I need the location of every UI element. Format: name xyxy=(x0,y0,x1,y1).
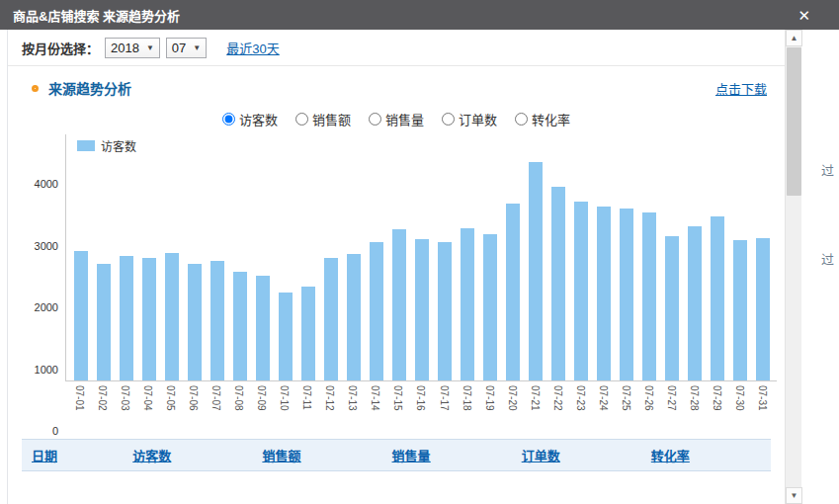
bar xyxy=(415,239,429,380)
radio-conversion-rate-label: 转化率 xyxy=(532,110,570,128)
bar xyxy=(688,226,702,380)
vertical-scrollbar[interactable]: ▲ ▼ xyxy=(785,30,801,504)
x-axis-label: 07-15 xyxy=(386,385,409,431)
bar xyxy=(551,187,565,380)
x-axis-label: 07-31 xyxy=(751,385,774,431)
bar xyxy=(347,254,361,380)
bar xyxy=(756,238,770,380)
y-axis-label: 1000 xyxy=(35,364,58,376)
bar xyxy=(642,212,656,380)
table-header-date[interactable]: 日期 xyxy=(22,440,123,471)
y-axis-label: 3000 xyxy=(35,240,58,252)
x-axis-label: 07-06 xyxy=(182,385,205,431)
bar-slot xyxy=(319,134,342,380)
scroll-up-icon[interactable]: ▲ xyxy=(786,30,802,46)
x-axis-label: 07-09 xyxy=(250,385,273,431)
table-header-sales-volume[interactable]: 销售量 xyxy=(382,440,512,471)
month-select-label: 按月份选择： xyxy=(22,39,99,57)
x-axis-label: 07-22 xyxy=(546,385,569,431)
bar xyxy=(74,251,88,380)
chevron-down-icon: ▼ xyxy=(193,43,201,52)
bar xyxy=(210,261,224,380)
bar xyxy=(711,216,724,380)
x-axis-label: 07-23 xyxy=(569,385,592,431)
y-axis-label: 2000 xyxy=(35,301,58,313)
bar-slot xyxy=(728,134,751,380)
radio-visitors[interactable]: 访客数 xyxy=(222,110,278,128)
x-axis-label: 07-04 xyxy=(136,385,159,431)
download-link[interactable]: 点击下载 xyxy=(715,79,767,98)
bar xyxy=(733,240,747,380)
x-axis-label: 07-01 xyxy=(68,385,91,431)
bar-slot xyxy=(683,134,706,380)
x-axis-label: 07-07 xyxy=(205,385,227,431)
x-axis-label: 07-18 xyxy=(456,385,478,431)
bar-slot xyxy=(387,134,410,380)
y-axis-label: 0 xyxy=(52,425,58,437)
year-dropdown[interactable]: 2018 ▼ xyxy=(105,38,160,58)
radio-visitors-input[interactable] xyxy=(222,113,235,126)
bar xyxy=(665,236,679,380)
scrollbar-thumb[interactable] xyxy=(787,47,801,196)
bar xyxy=(188,264,202,380)
bar xyxy=(461,228,474,380)
close-icon[interactable]: ✕ xyxy=(797,8,810,23)
x-axis-label: 07-16 xyxy=(409,385,432,431)
x-axis-label: 07-14 xyxy=(364,385,386,431)
bar-slot xyxy=(615,134,637,380)
bar-slot xyxy=(137,134,160,380)
bar-slot xyxy=(92,134,115,380)
scroll-down-icon[interactable]: ▼ xyxy=(786,487,802,504)
table-header-orders[interactable]: 订单数 xyxy=(512,440,641,471)
x-axis-label: 07-13 xyxy=(341,385,364,431)
table-header-conversion-rate[interactable]: 转化率 xyxy=(641,440,771,471)
radio-sales-volume-label: 销售量 xyxy=(385,110,424,128)
bar-slot xyxy=(296,134,319,380)
bar xyxy=(483,234,497,380)
radio-conversion-rate[interactable]: 转化率 xyxy=(515,110,570,128)
x-axis-label: 07-26 xyxy=(637,385,660,431)
bar xyxy=(597,207,611,380)
table-header-visitors[interactable]: 访客数 xyxy=(123,440,252,471)
x-axis-label: 07-28 xyxy=(683,385,706,431)
x-axis-label: 07-11 xyxy=(295,385,318,431)
bar-slot xyxy=(637,134,660,380)
orange-bullet-icon xyxy=(32,85,39,92)
x-axis-label: 07-10 xyxy=(273,385,295,431)
radio-orders-input[interactable] xyxy=(442,113,455,126)
radio-orders[interactable]: 订单数 xyxy=(442,110,497,128)
modal-title: 商品&店铺搜索 来源趋势分析 xyxy=(13,6,180,25)
bar-slot xyxy=(751,134,774,380)
recent-30-days-link[interactable]: 最近30天 xyxy=(226,39,279,57)
bar-slot xyxy=(365,134,387,380)
x-axis-label: 07-03 xyxy=(114,385,136,431)
bar xyxy=(97,264,111,380)
table-header-sales-amount[interactable]: 销售额 xyxy=(252,440,381,471)
radio-sales-volume[interactable]: 销售量 xyxy=(369,110,424,128)
bar xyxy=(438,242,452,380)
bar xyxy=(301,287,315,380)
radio-sales-amount-label: 销售额 xyxy=(312,110,351,128)
screen: 商品&店铺搜索 来源趋势分析 ✕ 过 过 按月份选择： 2018 ▼ 07 ▼ … xyxy=(0,0,839,504)
chevron-down-icon: ▼ xyxy=(146,43,154,52)
trend-table: 日期 访客数 销售额 销售量 订单数 转化率 xyxy=(22,439,771,471)
bar-slot xyxy=(569,134,592,380)
modal-titlebar: 商品&店铺搜索 来源趋势分析 ✕ xyxy=(0,0,839,30)
bar xyxy=(574,202,588,380)
month-dropdown[interactable]: 07 ▼ xyxy=(166,38,207,58)
radio-sales-amount-input[interactable] xyxy=(295,113,308,126)
radio-sales-volume-input[interactable] xyxy=(369,113,381,126)
trend-bar-chart: 访客数 01000200030004000 07-0107-0207-0307-… xyxy=(24,134,777,431)
modal-body: 按月份选择： 2018 ▼ 07 ▼ 最近30天 来源趋势分析 点击下载 xyxy=(7,30,801,504)
table-header-row: 日期 访客数 销售额 销售量 订单数 转化率 xyxy=(22,440,771,471)
chart-plot-wrap: 访客数 01000200030004000 07-0107-0207-0307-… xyxy=(65,134,777,431)
radio-sales-amount[interactable]: 销售额 xyxy=(295,110,351,128)
bar-slot xyxy=(115,134,137,380)
bar xyxy=(142,258,156,381)
bar xyxy=(370,242,383,380)
bar-slot xyxy=(660,134,683,380)
bar-slot xyxy=(342,134,365,380)
radio-conversion-rate-input[interactable] xyxy=(515,113,528,126)
modal-content: 按月份选择： 2018 ▼ 07 ▼ 最近30天 来源趋势分析 点击下载 xyxy=(8,30,785,504)
bar-slot xyxy=(160,134,183,380)
